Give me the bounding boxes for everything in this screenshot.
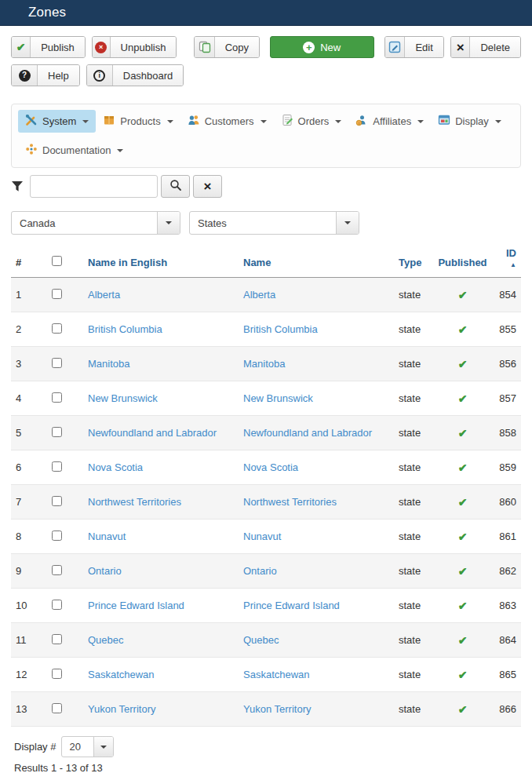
delete-button[interactable]: × Delete [450,36,521,58]
row-checkbox[interactable] [52,565,62,575]
zone-id: 854 [493,278,521,312]
table-row: 9 Ontario Ontario state ✔ 862 [11,554,521,589]
row-checkbox[interactable] [52,323,62,334]
unpublish-button[interactable]: × Unpublish [92,36,177,58]
published-check-icon[interactable]: ✔ [458,703,468,716]
row-checkbox[interactable] [52,531,62,541]
zone-name-link[interactable]: New Brunswick [243,392,313,404]
zones-table-body: 1 Alberta Alberta state ✔ 854 2 British … [11,278,521,727]
zone-name-english-link[interactable]: Ontario [88,565,122,577]
column-header-id[interactable]: ID ▲ [493,242,521,278]
column-header-published[interactable]: Published [432,242,493,278]
menu-item-system[interactable]: System [18,110,96,133]
column-header-name-english[interactable]: Name in English [83,242,239,278]
published-check-icon[interactable]: ✔ [458,634,468,647]
products-box-icon [103,114,115,129]
publish-button[interactable]: ✔ Publish [11,36,86,58]
zone-type: state [394,623,432,658]
published-check-icon[interactable]: ✔ [458,289,468,301]
country-select-dropdown-button[interactable] [157,212,180,234]
select-all-checkbox[interactable] [52,256,62,266]
zone-name-link[interactable]: Prince Edward Island [243,600,340,611]
menu-item-affiliates[interactable]: i Affiliates [348,110,431,133]
delete-x-icon: × [451,37,471,57]
zone-name-link[interactable]: Newfoundland and Labrador [243,427,372,439]
published-check-icon[interactable]: ✔ [458,358,468,370]
published-check-icon[interactable]: ✔ [458,669,468,681]
copy-button[interactable]: Copy [194,36,260,58]
published-check-icon[interactable]: ✔ [458,600,468,612]
menu-item-products[interactable]: Products [96,110,180,133]
published-check-icon[interactable]: ✔ [458,565,468,578]
column-header-name[interactable]: Name [239,242,394,278]
zone-name-link[interactable]: Nova Scotia [243,461,298,473]
affiliates-person-coin-icon: i [355,114,368,129]
row-checkbox[interactable] [52,358,62,368]
search-input[interactable] [30,175,158,198]
row-checkbox[interactable] [52,427,62,437]
menu-item-products-label: Products [120,115,160,127]
zone-name-english-link[interactable]: Manitoba [88,358,129,370]
zone-name-link[interactable]: British Columbia [243,323,318,335]
zone-name-english-link[interactable]: Nunavut [88,531,126,542]
zone-name-english-link[interactable]: Saskatchewan [88,669,155,680]
zone-name-link[interactable]: Alberta [243,289,275,301]
zone-name-english-link[interactable]: Prince Edward Island [88,600,184,611]
zone-name-link[interactable]: Nunavut [243,531,281,542]
zone-name-link[interactable]: Manitoba [243,358,285,370]
dashboard-button[interactable]: i Dashboard [86,64,184,86]
zone-name-link[interactable]: Northwest Territories [243,496,337,508]
row-checkbox[interactable] [52,669,62,679]
zone-name-english-link[interactable]: Alberta [88,289,120,301]
published-check-icon[interactable]: ✔ [458,427,468,439]
zone-name-english-link[interactable]: Nova Scotia [88,461,143,473]
published-check-icon[interactable]: ✔ [458,392,468,405]
toolbar-row-2: ? Help i Dashboard [11,64,521,86]
row-checkbox[interactable] [52,392,62,403]
published-check-icon[interactable]: ✔ [458,323,468,336]
zone-name-english-link[interactable]: Newfoundland and Labrador [88,427,217,439]
display-count-dropdown-button[interactable] [93,737,113,757]
clear-search-button[interactable]: × [193,175,222,198]
published-check-icon[interactable]: ✔ [458,496,468,509]
zone-type-select-dropdown-button[interactable] [336,212,359,234]
zone-name-english-link[interactable]: Yukon Territory [88,703,155,715]
zone-name-link[interactable]: Quebec [243,634,279,646]
zone-name-link[interactable]: Yukon Territory [243,703,311,715]
row-checkbox[interactable] [52,496,62,506]
zone-type: state [394,658,432,692]
zone-name-link[interactable]: Saskatchewan [243,669,310,680]
menu-item-customers[interactable]: Customers [180,110,274,133]
zone-type-select[interactable]: States [189,211,359,235]
row-checkbox[interactable] [52,634,62,644]
display-count-select[interactable]: 20 [61,736,114,757]
list-footer: Display # 20 Results 1 - 13 of 13 [14,736,521,773]
chevron-down-icon [417,120,424,123]
published-check-icon[interactable]: ✔ [458,461,468,474]
table-row: 2 British Columbia British Columbia stat… [11,312,521,347]
row-checkbox[interactable] [52,600,62,610]
new-button[interactable]: + New [270,36,374,58]
menu-item-documentation[interactable]: Documentation [18,139,130,162]
country-select[interactable]: Canada [11,211,180,235]
row-checkbox[interactable] [52,703,62,713]
menu-item-display[interactable]: Display [431,110,508,133]
search-button[interactable] [161,175,190,198]
menu-item-orders[interactable]: Orders [274,110,349,133]
row-number: 1 [11,278,47,312]
zone-name-english-link[interactable]: New Brunswick [88,392,158,404]
zone-type: state [394,589,432,623]
zone-name-link[interactable]: Ontario [243,565,277,577]
row-checkbox[interactable] [52,289,62,299]
edit-button[interactable]: Edit [384,36,444,58]
published-check-icon[interactable]: ✔ [458,531,468,543]
zone-name-english-link[interactable]: Northwest Territories [88,496,181,508]
zone-name-english-link[interactable]: Quebec [88,634,124,646]
zone-name-english-link[interactable]: British Columbia [88,323,162,335]
column-header-type[interactable]: Type [394,242,432,278]
help-button[interactable]: ? Help [11,64,80,86]
table-row: 12 Saskatchewan Saskatchewan state ✔ 865 [11,658,521,692]
svg-text:i: i [359,121,359,126]
row-checkbox[interactable] [52,461,62,472]
filter-selects: Canada States [11,211,521,235]
